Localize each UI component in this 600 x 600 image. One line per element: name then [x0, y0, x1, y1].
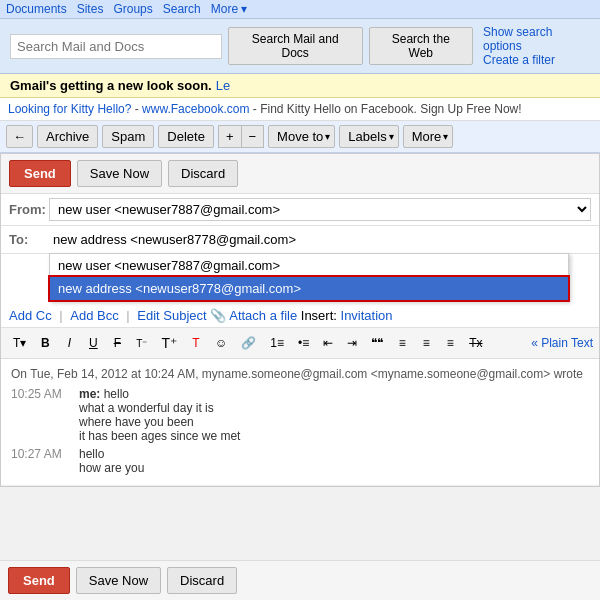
from-row: From: new user <newuser7887@gmail.com>: [1, 194, 599, 226]
chat-content-2: hello how are you: [79, 447, 144, 475]
from-label: From:: [9, 202, 49, 217]
create-filter-link[interactable]: Create a filter: [483, 53, 590, 67]
message-intro: On Tue, Feb 14, 2012 at 10:24 AM, myname…: [11, 367, 589, 381]
fb-url-link[interactable]: www.Facebook.com: [142, 102, 249, 116]
compose-area: Send Save Now Discard From: new user <ne…: [0, 153, 600, 487]
chat-line-1a: what a wonderful day it is: [79, 401, 214, 415]
edit-subject-link[interactable]: Edit Subject: [137, 308, 206, 323]
emoji-button[interactable]: ☺: [209, 333, 233, 353]
top-send-row: Send Save Now Discard: [1, 154, 599, 194]
underline-button[interactable]: U: [82, 333, 104, 353]
add-cc-link[interactable]: Add Cc: [9, 308, 52, 323]
autocomplete-item-2[interactable]: new address <newuser8778@gmail.com>: [50, 277, 568, 300]
chat-content-1: me: hello what a wonderful day it is whe…: [79, 387, 240, 443]
bottom-discard-button[interactable]: Discard: [167, 567, 237, 594]
remove-format-button[interactable]: Tx: [463, 333, 488, 353]
link-button[interactable]: 🔗: [235, 333, 262, 353]
add-remove-buttons: + −: [218, 125, 264, 148]
to-input[interactable]: [49, 230, 591, 249]
add-bcc-link[interactable]: Add Bcc: [70, 308, 118, 323]
chat-sender-1: me:: [79, 387, 100, 401]
nav-search[interactable]: Search: [163, 2, 201, 16]
bottom-send-button[interactable]: Send: [8, 567, 70, 594]
move-to-chevron: ▾: [325, 131, 330, 142]
links-row: Add Cc | Add Bcc | Edit Subject 📎 Attach…: [1, 304, 599, 328]
move-to-button[interactable]: Move to ▾: [268, 125, 335, 148]
show-search-options-link[interactable]: Show search options: [483, 25, 590, 53]
gmail-notice-text: Gmail's getting a new look soon.: [10, 78, 212, 93]
top-nav: Documents Sites Groups Search More ▾: [0, 0, 600, 19]
to-label: To:: [9, 232, 49, 247]
more-button[interactable]: More ▾: [403, 125, 454, 148]
spam-button[interactable]: Spam: [102, 125, 154, 148]
font-decrease-button[interactable]: T⁻: [130, 335, 153, 352]
ordered-list-button[interactable]: 1≡: [264, 333, 290, 353]
top-save-now-button[interactable]: Save Now: [77, 160, 162, 187]
fb-ad-rest: - Find Kitty Hello on Facebook. Sign Up …: [253, 102, 522, 116]
outdent-button[interactable]: ⇤: [317, 333, 339, 353]
toolbar-row: ← Archive Spam Delete + − Move to ▾ Labe…: [0, 121, 600, 153]
search-row: Search Mail and Docs Search the Web Show…: [0, 19, 600, 74]
move-to-label: Move to: [277, 129, 323, 144]
chat-row-1: 10:25 AM me: hello what a wonderful day …: [11, 387, 589, 443]
bold-button[interactable]: B: [34, 333, 56, 353]
strikethrough-button[interactable]: F: [106, 333, 128, 353]
sep1: |: [59, 308, 66, 323]
autocomplete-item-1[interactable]: new user <newuser7887@gmail.com>: [50, 254, 568, 277]
chat-line-1b: where have you been: [79, 415, 194, 429]
gmail-notice-link[interactable]: Le: [216, 78, 230, 93]
add-button[interactable]: +: [218, 125, 241, 148]
bottom-send-row: Send Save Now Discard: [0, 560, 600, 600]
paperclip-icon: 📎: [210, 308, 229, 323]
search-mail-button[interactable]: Search Mail and Docs: [228, 27, 363, 65]
labels-button[interactable]: Labels ▾: [339, 125, 398, 148]
align-right-button[interactable]: ≡: [439, 333, 461, 353]
plain-text-link[interactable]: « Plain Text: [531, 336, 593, 350]
align-center-button[interactable]: ≡: [415, 333, 437, 353]
fb-ad-separator: -: [135, 102, 142, 116]
fb-ad-bar: Looking for Kitty Hello? - www.Facebook.…: [0, 98, 600, 121]
back-button[interactable]: ←: [6, 125, 33, 148]
chat-time-1: 10:25 AM: [11, 387, 71, 443]
remove-button[interactable]: −: [241, 125, 265, 148]
more-chevron: ▾: [443, 131, 448, 142]
insert-label: Insert:: [301, 308, 341, 323]
delete-button[interactable]: Delete: [158, 125, 214, 148]
fb-ad-link[interactable]: Looking for Kitty Hello?: [8, 102, 131, 116]
font-increase-button[interactable]: T⁺: [155, 332, 183, 354]
labels-label: Labels: [348, 129, 386, 144]
nav-more[interactable]: More ▾: [211, 2, 248, 16]
chat-row-2: 10:27 AM hello how are you: [11, 447, 589, 475]
nav-documents[interactable]: Documents: [6, 2, 67, 16]
more-label: More: [412, 129, 442, 144]
labels-chevron: ▾: [389, 131, 394, 142]
to-row: To: new user <newuser7887@gmail.com> new…: [1, 226, 599, 254]
chat-line-1c: it has been ages since we met: [79, 429, 240, 443]
align-left-button[interactable]: ≡: [391, 333, 413, 353]
chat-log: 10:25 AM me: hello what a wonderful day …: [11, 387, 589, 475]
search-web-button[interactable]: Search the Web: [369, 27, 473, 65]
message-body[interactable]: On Tue, Feb 14, 2012 at 10:24 AM, myname…: [1, 359, 599, 486]
chat-line-2b: how are you: [79, 461, 144, 475]
gmail-notice-bar: Gmail's getting a new look soon. Le: [0, 74, 600, 98]
attach-file-link[interactable]: Attach a file: [229, 308, 297, 323]
font-dropdown-button[interactable]: T▾: [7, 333, 32, 353]
sep2: |: [126, 308, 133, 323]
bottom-save-now-button[interactable]: Save Now: [76, 567, 161, 594]
format-toolbar: T▾ B I U F T⁻ T⁺ T ☺ 🔗 1≡ •≡ ⇤ ⇥ ❝❝ ≡ ≡ …: [1, 328, 599, 359]
indent-button[interactable]: ⇥: [341, 333, 363, 353]
top-send-button[interactable]: Send: [9, 160, 71, 187]
blockquote-button[interactable]: ❝❝: [365, 333, 389, 353]
unordered-list-button[interactable]: •≡: [292, 333, 315, 353]
nav-groups[interactable]: Groups: [113, 2, 152, 16]
archive-button[interactable]: Archive: [37, 125, 98, 148]
nav-sites[interactable]: Sites: [77, 2, 104, 16]
font-color-button[interactable]: T: [185, 333, 207, 353]
from-select[interactable]: new user <newuser7887@gmail.com>: [49, 198, 591, 221]
top-discard-button[interactable]: Discard: [168, 160, 238, 187]
autocomplete-dropdown: new user <newuser7887@gmail.com> new add…: [49, 253, 569, 301]
invitation-link[interactable]: Invitation: [341, 308, 393, 323]
chat-time-2: 10:27 AM: [11, 447, 71, 475]
italic-button[interactable]: I: [58, 333, 80, 353]
search-input[interactable]: [10, 34, 222, 59]
